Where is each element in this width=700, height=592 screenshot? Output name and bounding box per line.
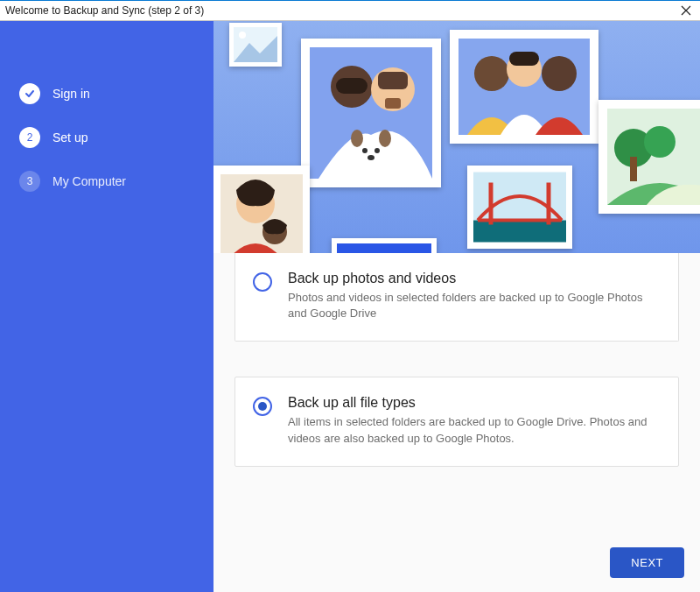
svg-rect-5 — [336, 78, 368, 94]
options-area: Back up photos and videos Photos and vid… — [214, 253, 700, 502]
close-icon[interactable] — [677, 2, 695, 19]
svg-rect-23 — [630, 157, 637, 181]
sidebar-step-label: Set up — [52, 130, 88, 144]
footer: NEXT — [610, 547, 684, 578]
option-description: Photos and videos in selected folders ar… — [288, 290, 655, 321]
step-number-icon: 2 — [19, 127, 40, 148]
sidebar-step-label: Sign in — [52, 87, 90, 101]
svg-point-10 — [362, 148, 368, 153]
svg-point-2 — [239, 32, 246, 39]
svg-rect-7 — [378, 72, 408, 89]
option-text-block: Back up all file types All items in sele… — [288, 395, 661, 446]
option-title: Back up all file types — [288, 395, 661, 411]
option-backup-all-files[interactable]: Back up all file types All items in sele… — [234, 377, 679, 466]
sidebar: Sign in 2 Set up 3 My Computer — [0, 21, 214, 592]
option-backup-photos-videos[interactable]: Back up photos and videos Photos and vid… — [234, 253, 679, 342]
svg-point-13 — [351, 130, 363, 147]
svg-point-14 — [379, 130, 391, 147]
hero-illustration — [214, 21, 700, 253]
titlebar: Welcome to Backup and Sync (step 2 of 3) — [0, 1, 700, 21]
svg-point-12 — [368, 155, 374, 160]
window-title: Welcome to Backup and Sync (step 2 of 3) — [5, 4, 204, 17]
svg-point-16 — [474, 56, 509, 91]
option-text-block: Back up photos and videos Photos and vid… — [288, 271, 661, 321]
option-description: All items in selected folders are backed… — [288, 414, 655, 446]
svg-rect-18 — [509, 52, 539, 66]
radio-checked-icon[interactable] — [253, 397, 272, 416]
svg-point-19 — [542, 56, 577, 91]
radio-unchecked-icon[interactable] — [253, 272, 272, 292]
check-icon — [19, 83, 40, 104]
main-panel: Back up photos and videos Photos and vid… — [214, 21, 700, 592]
sidebar-step-sign-in[interactable]: Sign in — [0, 72, 214, 116]
svg-point-22 — [644, 126, 676, 158]
sidebar-step-label: My Computer — [52, 174, 126, 188]
sidebar-step-set-up[interactable]: 2 Set up — [0, 116, 214, 159]
next-button[interactable]: NEXT — [610, 547, 684, 578]
sidebar-step-my-computer[interactable]: 3 My Computer — [0, 159, 214, 203]
window-body: Sign in 2 Set up 3 My Computer — [0, 21, 700, 592]
svg-rect-25 — [473, 221, 566, 243]
option-title: Back up photos and videos — [288, 271, 661, 286]
svg-rect-8 — [385, 98, 401, 109]
app-window: Welcome to Backup and Sync (step 2 of 3)… — [0, 0, 700, 592]
step-number-icon: 3 — [19, 171, 40, 192]
svg-point-11 — [374, 148, 380, 153]
